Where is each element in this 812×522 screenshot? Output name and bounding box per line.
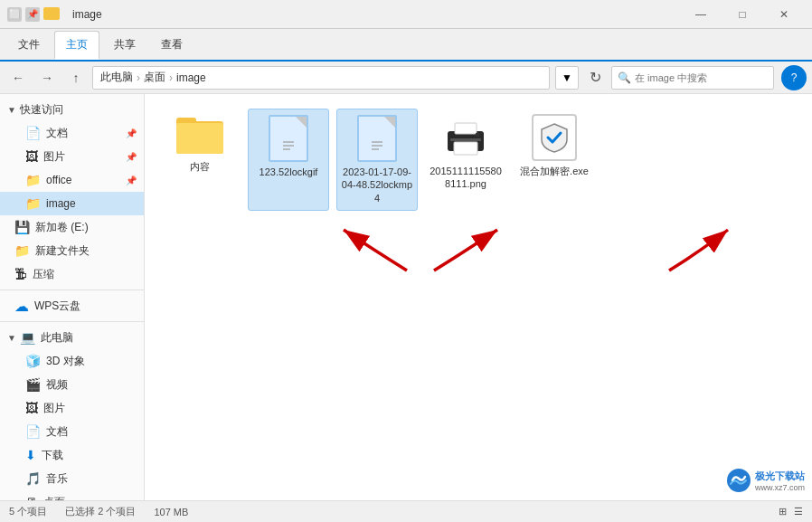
address-dropdown-button[interactable]: ▼ <box>555 66 579 90</box>
sidebar-item-desktop[interactable]: 🖥 桌面 <box>0 490 144 500</box>
exe-label: 混合加解密.exe <box>520 165 589 177</box>
sidebar-item-video[interactable]: 🎬 视频 <box>0 373 144 396</box>
search-icon: 🔍 <box>618 71 631 84</box>
tab-file[interactable]: 文件 <box>7 32 51 58</box>
back-button[interactable]: ← <box>5 65 31 90</box>
quick-access-label: 快速访问 <box>20 102 63 118</box>
sidebar-item-photos[interactable]: 🖼 图片 <box>0 396 144 420</box>
sidebar-item-compress-label: 压缩 <box>33 267 54 282</box>
file-item-exe[interactable]: 混合加解密.exe <box>514 109 595 211</box>
divider-1 <box>0 289 144 290</box>
svg-rect-12 <box>450 138 481 141</box>
search-input[interactable] <box>635 72 768 83</box>
sidebar-item-3d-label: 3D 对象 <box>46 354 85 369</box>
arrow-to-lockmp4 <box>425 221 515 275</box>
address-part-image[interactable]: image <box>176 71 206 84</box>
lockmp4-label: 2023-01-17-09-04-48.52lockmp4 <box>341 166 413 204</box>
close-button[interactable]: ✕ <box>763 0 805 29</box>
sidebar-item-desktop-label: 桌面 <box>43 495 65 501</box>
tab-home[interactable]: 主页 <box>54 31 99 60</box>
forward-button[interactable]: → <box>34 65 60 90</box>
sidebar-item-wps[interactable]: ☁ WPS云盘 <box>0 294 144 318</box>
quick-access-icon[interactable]: ⬜ <box>7 7 22 22</box>
sidebar-item-documents[interactable]: 📄 文档 <box>0 420 144 443</box>
tab-view[interactable]: 查看 <box>150 32 194 58</box>
file-item-content-folder[interactable]: 内容 <box>159 109 241 211</box>
folder-icon <box>43 7 60 20</box>
arrow-to-exe <box>660 221 741 275</box>
watermark: 极光下载站 www.xz7.com <box>726 468 805 493</box>
this-pc-header[interactable]: ▼ 💻 此电脑 <box>0 326 144 349</box>
lockgif-doc-icon <box>269 115 308 162</box>
sidebar-item-3d[interactable]: 🧊 3D 对象 <box>0 349 144 373</box>
watermark-url: www.xz7.com <box>755 483 805 492</box>
file-item-lockgif[interactable]: 123.52lockgif <box>248 109 329 211</box>
drive-e-icon: 💾 <box>14 220 30 234</box>
wps-cloud-icon: ☁ <box>14 298 29 315</box>
minimize-button[interactable]: — <box>680 0 722 29</box>
refresh-button[interactable]: ↻ <box>582 65 608 90</box>
view-list-icon[interactable]: ☰ <box>794 506 803 517</box>
maximize-button[interactable]: □ <box>722 0 763 29</box>
sidebar-item-image-label: image <box>46 197 76 210</box>
pin-office-icon: 📌 <box>126 176 137 185</box>
sidebar-item-image[interactable]: 📁 image <box>0 192 144 215</box>
watermark-logo <box>726 468 751 493</box>
sidebar-item-pictures-label: 图片 <box>43 149 65 165</box>
pin-icon[interactable]: 📌 <box>25 7 40 22</box>
sidebar-item-pictures[interactable]: 🖼 图片 📌 <box>0 145 144 168</box>
help-button[interactable]: ? <box>781 65 807 90</box>
file-content-area: 内容 123.52lockgif <box>145 94 812 500</box>
view-grid-icon[interactable]: ⊞ <box>779 506 787 517</box>
sidebar-item-new-volume-e[interactable]: 💾 新加卷 (E:) <box>0 215 144 239</box>
svg-rect-2 <box>176 123 223 154</box>
window-controls: — □ ✕ <box>680 0 805 29</box>
file-item-printer-png[interactable]: 20151111155808111.png <box>425 109 506 211</box>
this-pc-arrow: ▼ <box>7 333 16 343</box>
quick-access-header[interactable]: ▼ 快速访问 <box>0 98 144 121</box>
address-box[interactable]: 此电脑 › 桌面 › image <box>92 66 550 90</box>
watermark-site-name: 极光下载站 <box>755 470 805 483</box>
image-folder-icon: 📁 <box>25 196 41 211</box>
title-bar: ⬜ 📌 image — □ ✕ <box>0 0 812 29</box>
up-button[interactable]: ↑ <box>63 65 89 90</box>
sidebar-item-music[interactable]: 🎵 音乐 <box>0 467 144 490</box>
sidebar-item-docs[interactable]: 📄 文档 📌 <box>0 121 144 145</box>
new-folder-icon: 📁 <box>14 243 30 258</box>
lockmp4-doc-icon <box>357 115 397 162</box>
tab-share[interactable]: 共享 <box>103 32 146 58</box>
sidebar-item-office-label: office <box>46 174 71 186</box>
sidebar-item-docs-label: 文档 <box>46 126 68 141</box>
sidebar-item-new-folder-label: 新建文件夹 <box>35 243 90 259</box>
window-title: image <box>72 8 680 21</box>
content-folder-icon <box>176 114 223 157</box>
exe-icon <box>532 114 577 161</box>
pin-docs-icon: 📌 <box>126 128 137 138</box>
status-bar: 5 个项目 已选择 2 个项目 107 MB ⊞ ☰ <box>0 500 812 522</box>
sidebar: ▼ 快速访问 📄 文档 📌 🖼 图片 📌 📁 office 📌 📁 image … <box>0 94 145 500</box>
search-box[interactable]: 🔍 <box>611 66 774 90</box>
docs-icon: 📄 <box>25 126 41 140</box>
music-icon: 🎵 <box>25 471 41 486</box>
address-part-desktop[interactable]: 桌面 <box>144 70 165 85</box>
sidebar-item-office[interactable]: 📁 office 📌 <box>0 168 144 192</box>
title-bar-icons: ⬜ 📌 <box>7 7 65 22</box>
sidebar-item-download-label: 下载 <box>42 448 63 463</box>
pictures-icon: 🖼 <box>25 149 38 164</box>
status-size: 107 MB <box>154 507 188 517</box>
printer-icon <box>442 114 489 161</box>
file-item-lockmp4[interactable]: 2023-01-17-09-04-48.52lockmp4 <box>336 109 418 211</box>
main-area: ▼ 快速访问 📄 文档 📌 🖼 图片 📌 📁 office 📌 📁 image … <box>0 94 812 500</box>
status-right-icons: ⊞ ☰ <box>779 506 803 517</box>
office-folder-icon: 📁 <box>25 173 41 187</box>
photos-icon: 🖼 <box>25 401 38 415</box>
sidebar-item-compress[interactable]: 🗜 压缩 <box>0 262 144 286</box>
sidebar-item-download[interactable]: ⬇ 下载 <box>0 443 144 467</box>
status-selected-count: 已选择 2 个项目 <box>65 505 136 518</box>
sidebar-item-new-folder[interactable]: 📁 新建文件夹 <box>0 239 144 262</box>
sidebar-item-new-volume-e-label: 新加卷 (E:) <box>35 220 89 235</box>
svg-rect-10 <box>454 142 477 155</box>
sidebar-item-photos-label: 图片 <box>43 401 65 416</box>
this-pc-icon: 💻 <box>20 330 35 345</box>
svg-point-13 <box>476 133 480 138</box>
